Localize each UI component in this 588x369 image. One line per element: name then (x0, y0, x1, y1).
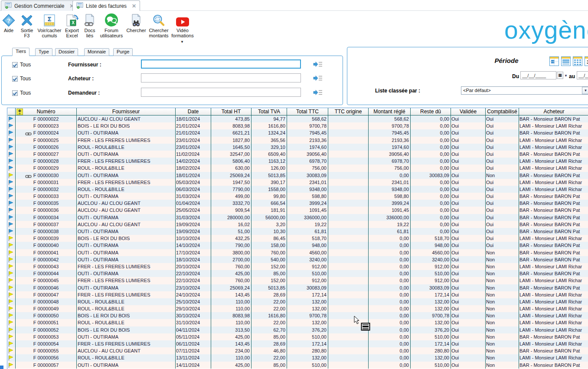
table-row[interactable]: F 00000055AUCLOU - AU CLOU GEANT07/11/20… (8, 347, 588, 354)
cell-total-tva: 181,91 (252, 207, 287, 214)
sort-by-select[interactable]: <Par défaut> (461, 86, 588, 95)
column-header-reste-du[interactable]: Reste dû (411, 108, 451, 115)
acheteur-input[interactable] (141, 73, 301, 82)
column-header-comptabilise[interactable]: Comptabilisé (486, 108, 519, 115)
cell-fournisseur: FRER - LES FRERES LUMIERES (77, 158, 176, 165)
window-tab-1[interactable]: Gestion Commerciale✕ (1, 0, 78, 11)
column-header-acheteur[interactable]: Acheteur (519, 108, 588, 115)
close-tab-icon[interactable]: ✕ (132, 3, 136, 9)
table-row[interactable]: F 00000031FRER - LES FRERES LUMIERES05/0… (8, 179, 588, 186)
cell-acheteur: BAR - Monsieur BARON Pat (519, 270, 588, 277)
toolbar-button-search-amounts[interactable]: Chercher montants (145, 13, 172, 38)
list-select-icon[interactable] (313, 61, 323, 67)
table-row[interactable]: F 00000034OUTI - OUTIRAMA31/03/202428000… (8, 214, 588, 221)
table-row[interactable]: F 00000041OUTI - OUTIRAMA17/10/20243800,… (8, 249, 588, 256)
yellow-flag-icon (8, 265, 13, 270)
filter-tab-purge[interactable]: Purge (113, 48, 133, 56)
column-header-total-tva[interactable]: Total TVA (252, 108, 287, 115)
table-row[interactable]: F 00000038OUTI - OUTIRAMA19/09/202451,00… (8, 228, 588, 235)
list-select-icon[interactable] (313, 89, 323, 96)
cell-total-ttc: 376,20 (287, 326, 328, 333)
table-row[interactable]: F 00000036AUCLOU - AU CLOU GEANT25/05/20… (8, 207, 588, 214)
window-tab-2[interactable]: Liste des factures✕ (72, 0, 140, 11)
fournisseur-input[interactable] (141, 59, 301, 69)
table-row[interactable]: F 00000032ROUL - ROUL&BILLE06/03/2024779… (8, 186, 588, 193)
tous-checkbox[interactable] (12, 90, 18, 96)
tous-checkbox[interactable] (12, 62, 18, 68)
column-header-montant-regle[interactable]: Montant réglé (369, 108, 411, 115)
cell-validee: Oui (451, 354, 486, 361)
table-row[interactable]: F 00000050BOIS - LE ROI DU BOIS30/10/202… (8, 312, 588, 319)
table-row[interactable]: F 00000048ROUL - ROUL&BILLE25/10/2024110… (8, 298, 588, 305)
cell-date: 01/04/2024 (176, 200, 211, 207)
table-row[interactable]: F 00000037AUCLOU - AU CLOU GEANT19/09/20… (8, 221, 588, 228)
column-header-total-ttc[interactable]: Total TTC (287, 108, 328, 115)
cell-comptabilise: Oui (486, 129, 519, 136)
date-picker-dropdown-arrow[interactable]: ▼ (564, 74, 568, 78)
table-row[interactable]: F 00000029ROUL - ROUL&BILLE18/02/2024630… (8, 165, 588, 171)
table-row[interactable]: F 00000052BOIS - LE ROI DU BOIS04/11/202… (8, 326, 588, 333)
table-row[interactable]: F 00000023BOIS - LE ROI DU BOIS21/01/202… (8, 122, 588, 129)
calendar-month-icon[interactable] (573, 56, 582, 66)
cell-montant-regle: 61,81 (369, 228, 411, 235)
calendar-day-icon[interactable] (549, 56, 559, 66)
column-header-fournisseur[interactable]: Fournisseur (77, 108, 176, 115)
table-row[interactable]: F 00000035AUCLOU - AU CLOU GEANT01/04/20… (8, 200, 588, 207)
table-row[interactable]: F 00000053OUTI - OUTIRAMA05/11/2024425,0… (8, 333, 588, 340)
table-row[interactable]: F 00000046OUTI - OUTIRAMA23/10/202425069… (8, 284, 588, 291)
calendar-picker-icon[interactable]: ▦ (557, 72, 563, 79)
table-row[interactable]: F 00000030OUTI - OUTIRAMA18/01/202425069… (8, 172, 588, 179)
column-header-numero[interactable]: Numéro (16, 108, 77, 115)
cell-fournisseur: ROUL - ROUL&BILLE (77, 354, 176, 361)
cell-flag (8, 144, 16, 151)
table-row[interactable]: F 00000026ROUL - ROUL&BILLE23/01/2024164… (8, 144, 588, 151)
date-from-input[interactable] (520, 71, 556, 79)
table-row[interactable]: F 00000024OUTI - OUTIRAMA21/01/20246621,… (8, 129, 588, 136)
filter-tab-dossier[interactable]: Dossier (55, 48, 78, 56)
list-select-icon[interactable] (313, 75, 323, 81)
cell-date: 14/10/2024 (176, 242, 211, 249)
video-dropdown-arrow[interactable]: ▼ (180, 40, 184, 44)
table-row[interactable]: F 00000040OUTI - OUTIRAMA14/10/2024790,0… (8, 242, 588, 249)
date-to-input[interactable] (577, 71, 588, 79)
table-row[interactable]: F 00000054FRER - LES FRERES LUMIERES06/1… (8, 340, 588, 347)
table-row[interactable]: F 00000057OUTI - OUTIRAMA14/11/2024425,0… (8, 362, 588, 369)
cell-date: 10/10/2024 (176, 235, 211, 242)
filter-tab-type[interactable]: Type (35, 48, 52, 56)
toolbar-button-video[interactable]: Vidéo formations (169, 13, 196, 38)
cell-date: 04/11/2024 (176, 326, 211, 333)
table-row[interactable]: F 00000042OUTI - OUTIRAMA18/10/20242700,… (8, 256, 588, 263)
table-row[interactable]: F 00000047FRER - LES FRERES LUMIERES24/1… (8, 291, 588, 298)
demandeur-input[interactable] (141, 88, 301, 97)
column-header-date[interactable]: Date (176, 108, 211, 115)
tous-checkbox[interactable] (12, 76, 18, 82)
column-header-ttc-origine[interactable]: TTC origine (328, 108, 369, 115)
table-row[interactable]: F 00000022AUCLOU - AU CLOU GEANT18/01/20… (8, 115, 588, 122)
search-amounts-icon (145, 13, 172, 27)
filter-tab-tiers[interactable]: Tiers (12, 48, 29, 56)
table-row[interactable]: F 00000045FRER - LES FRERES LUMIERES22/1… (8, 277, 588, 284)
insert-record-icon[interactable] (16, 109, 23, 115)
table-row[interactable]: F 00000033OUTI - OUTIRAMA31/03/2024499,0… (8, 193, 588, 200)
table-row[interactable]: F 00000051ROUL - ROUL&BILLE31/10/2024110… (8, 319, 588, 326)
video-icon (169, 13, 196, 27)
cell-flag (8, 312, 16, 319)
column-header-total-ht[interactable]: Total HT (211, 108, 252, 115)
column-header-validee[interactable]: Validée (451, 108, 486, 115)
table-row[interactable]: F 00000044OUTI - OUTIRAMA22/10/2024425,0… (8, 270, 588, 277)
table-row[interactable]: F 00000027OUTI - OUTIRAMA11/02/202432547… (8, 151, 588, 158)
cell-reste-du: 376,20 (411, 326, 451, 333)
toolbar-button-forum[interactable]: Forum utilisateurs (98, 13, 125, 38)
filter-tab-monnaie[interactable]: Monnaie (84, 48, 109, 56)
table-row[interactable]: F 00000028FRER - LES FRERES LUMIERES14/0… (8, 158, 588, 165)
yellow-flag-icon (8, 287, 13, 291)
table-row[interactable]: F 00000056ROUL - ROUL&BILLE13/11/2024110… (8, 354, 588, 361)
calendar-31-icon[interactable]: 31 (585, 56, 588, 66)
sort-select-dropdown-arrow[interactable]: ▼ (582, 87, 588, 94)
table-row[interactable]: F 00000049ROUL - ROUL&BILLE29/10/2024110… (8, 305, 588, 312)
table-row[interactable]: F 00000043FRER - LES FRERES LUMIERES20/1… (8, 263, 588, 270)
column-header-flag[interactable] (8, 108, 16, 115)
table-row[interactable]: F 00000039BOIS - LE ROI DU BOIS10/10/202… (8, 235, 588, 242)
calendar-week-icon[interactable] (561, 56, 571, 66)
table-row[interactable]: F 00000025FRER - LES FRERES LUMIERES23/0… (8, 137, 588, 144)
